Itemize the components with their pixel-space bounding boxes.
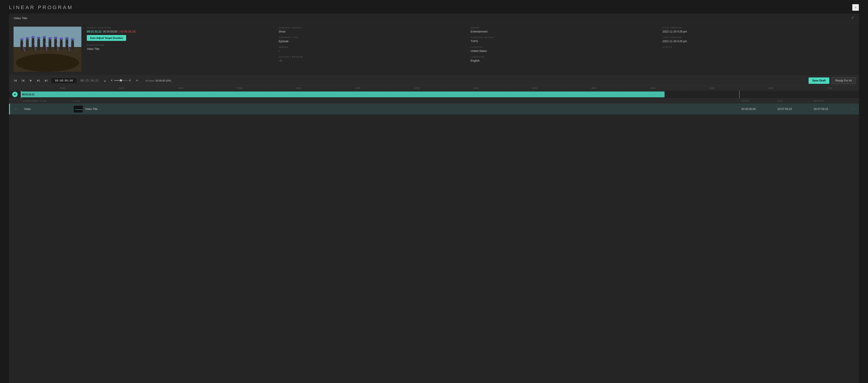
content-format-label: CONTENT FORMAT	[279, 27, 467, 29]
page-title: LINEAR PROGRAM	[9, 4, 73, 10]
status-section: STATUS	[662, 46, 855, 49]
metadata-area: TARGET DURATION 00:21:31;11 00:30:00;00 …	[87, 27, 855, 72]
play-button[interactable]	[28, 77, 34, 84]
svg-point-32	[71, 38, 74, 40]
volume-up-icon[interactable]	[129, 79, 131, 82]
transport-bar: 00:00:00;00 00:25:34;15	[9, 75, 859, 85]
svg-point-27	[42, 36, 46, 38]
target-duration-section: TARGET DURATION 00:21:31;11 00:30:00;00 …	[87, 27, 279, 41]
svg-rect-11	[43, 39, 46, 50]
ad-load-display: Ad load: 00:00:00 (0%)	[144, 79, 171, 82]
col-title: TITLE	[70, 100, 739, 102]
ruler-mark: 18:00	[564, 87, 623, 89]
ruler-mark: 06:00	[210, 87, 269, 89]
ruler-mark: 14:00	[446, 87, 505, 89]
component-type-cell: Video	[22, 106, 71, 112]
ruler-mark: 02:00	[92, 87, 151, 89]
status-label: STATUS	[662, 46, 851, 48]
ruler-mark: 04:00	[151, 87, 210, 89]
timeline-tracks: + 00:21:31:11	[9, 91, 859, 98]
video-title-label: Video Title	[13, 16, 27, 20]
step-back-button[interactable]	[20, 77, 26, 84]
auto-adjust-button[interactable]: Auto Adjust Target Duration	[87, 35, 126, 41]
start-value: 00:00:00;00	[741, 107, 756, 111]
svg-rect-5	[26, 40, 29, 50]
genre-label: GENRE	[471, 27, 659, 29]
timecode-main: 00:00:00;00	[52, 78, 76, 83]
language-label: LANGUAGE	[471, 56, 659, 58]
date-created-section: DATE CREATED 2022-11-29 4:26 pm	[662, 27, 855, 33]
svg-point-29	[54, 37, 57, 39]
length-cell: 00:07:59;16	[811, 106, 848, 112]
svg-point-2	[16, 54, 79, 72]
date-created-value: 2022-11-29 4:26 pm	[662, 30, 851, 33]
season-episode-label: SEASON / EPISODE	[279, 56, 467, 58]
content-area: TARGET DURATION 00:21:31;11 00:30:00;00 …	[9, 23, 859, 75]
parental-rating-label: PARENTAL RATING	[471, 36, 659, 39]
ad-load-value: 00:00:00 (0%)	[156, 79, 171, 82]
waveform-toggle-button[interactable]	[134, 77, 141, 84]
genre-value: Entertainment	[471, 30, 659, 33]
col-handle	[9, 100, 21, 102]
row-thumbnail: ≡Frequency	[74, 106, 83, 112]
volume-slider[interactable]	[114, 80, 128, 81]
ruler-mark: 00:00	[33, 87, 92, 89]
language-value: English	[471, 59, 659, 62]
col-end: END	[775, 100, 811, 102]
skip-to-end-button[interactable]	[43, 77, 49, 84]
timecode-secondary: 00:25:34;15	[81, 79, 98, 82]
ruler-mark: 26:00	[800, 87, 859, 89]
step-forward-button[interactable]	[35, 77, 41, 84]
description-section: DESCRIPTION Video Title	[87, 44, 279, 50]
volume-down-icon[interactable]	[111, 79, 113, 82]
timeline-track-area[interactable]: 00:21:31:11	[21, 91, 859, 98]
target-duration-label: TARGET DURATION	[87, 27, 275, 29]
timeline-end-marker	[739, 91, 740, 98]
ruler-mark: 12:00	[387, 87, 446, 89]
end-value: 00:07:59;16	[778, 107, 792, 111]
video-thumbnail	[13, 27, 81, 72]
series-value: -	[279, 49, 467, 53]
video-title-bar: Video Title	[9, 13, 859, 23]
parental-rating-section: PARENTAL RATING TVPG	[471, 36, 662, 43]
content-format-value: Show	[279, 30, 467, 33]
table-row: ≡ Video ≡Frequency Video Title	[9, 104, 859, 114]
ruler-mark: 16:00	[505, 87, 564, 89]
drag-handle[interactable]: ≡	[10, 106, 22, 112]
ruler-marks: 00:00 02:00 04:00 06:00 08:00 10:00 12:0…	[33, 87, 859, 89]
duration-diff: (-00:08:28;19)	[119, 30, 135, 33]
length-value: 00:07:59;16	[814, 107, 828, 111]
svg-point-28	[48, 37, 52, 39]
add-track-button[interactable]: +	[12, 92, 18, 97]
svg-rect-13	[49, 40, 51, 50]
season-episode-value: - / -	[279, 59, 467, 62]
app-container: LINEAR PROGRAM × Video Title	[0, 0, 868, 383]
ready-for-air-button[interactable]: Ready For Air	[832, 77, 856, 84]
title-cell: ≡Frequency Video Title	[71, 104, 739, 114]
frequency-logo: ≡Frequency	[74, 106, 83, 112]
content-type-label: CONTENT TYPE	[279, 36, 467, 39]
timeline-clip[interactable]: 00:21:31:11	[21, 92, 664, 97]
ruler-mark: 08:00	[269, 87, 328, 89]
svg-rect-21	[71, 41, 74, 50]
end-cell: 00:07:59;16	[775, 106, 811, 112]
col-actions	[848, 100, 859, 102]
close-button[interactable]: ×	[852, 4, 859, 11]
content-type-section: CONTENT TYPE Episode	[279, 36, 471, 43]
edit-button[interactable]	[850, 16, 855, 21]
table-header: COMPONENT TYPE TITLE START END LENGTH	[9, 98, 859, 104]
svg-point-23	[20, 38, 24, 40]
row-more-button[interactable]: ⋯	[848, 105, 859, 113]
duration-row: 00:21:31;11 00:30:00;00 (-00:08:28;19)	[87, 30, 275, 33]
svg-point-25	[31, 36, 35, 38]
country-section: COUNTRY United States	[471, 46, 662, 53]
save-draft-button[interactable]: Save Draft	[809, 77, 829, 84]
ruler-mark: 20:00	[623, 87, 682, 89]
main-panel: Video Title	[9, 13, 859, 383]
duration-target: 00:30:00;00	[103, 30, 117, 33]
settings-button[interactable]	[101, 77, 108, 84]
timeline-playhead[interactable]	[21, 91, 21, 98]
svg-point-31	[65, 37, 69, 39]
skip-to-start-button[interactable]	[12, 77, 19, 84]
ruler-mark: 24:00	[741, 87, 800, 89]
